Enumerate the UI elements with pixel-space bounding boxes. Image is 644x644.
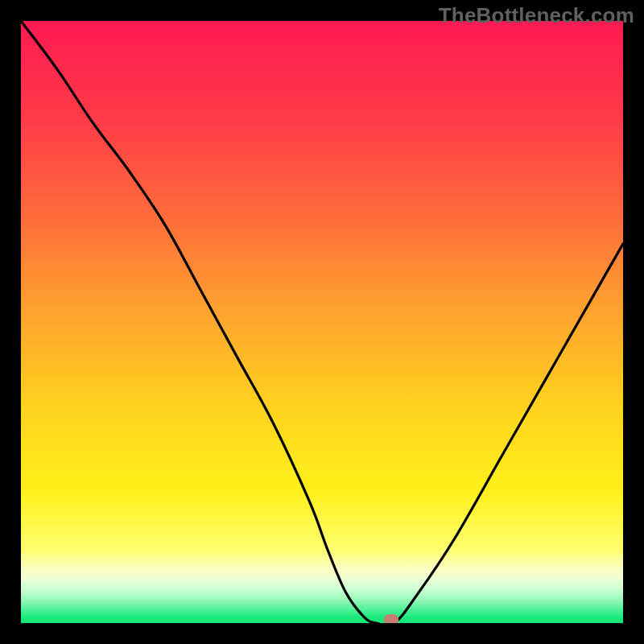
curve-layer [21, 21, 623, 623]
optimal-point-marker [384, 614, 398, 623]
watermark-text: TheBottleneck.com [439, 3, 634, 28]
chart-frame: TheBottleneck.com [0, 0, 644, 644]
plot-area [21, 21, 623, 623]
bottleneck-curve [21, 21, 623, 623]
